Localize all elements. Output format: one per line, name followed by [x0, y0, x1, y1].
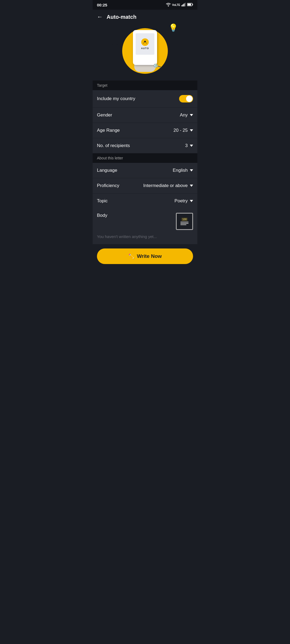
body-header: Body 100 [97, 213, 193, 230]
phone-screen: AUTO [136, 33, 154, 55]
signal-icon [182, 3, 186, 7]
volte-icon: VoLTE [172, 3, 180, 6]
age-range-chevron [190, 129, 193, 131]
stamp-icon: 100 [176, 213, 193, 230]
include-country-label: Include my country [97, 96, 135, 101]
hero-content: 〜〜 AUTO 🔍 [122, 28, 168, 74]
status-icons: VoLTE [166, 3, 193, 7]
svg-rect-1 [182, 5, 182, 6]
about-letter-settings-card: Language English Proficiency Intermediat… [93, 163, 197, 208]
phone-mockup: AUTO [133, 30, 157, 65]
svg-point-0 [168, 5, 169, 6]
svg-rect-6 [188, 3, 191, 5]
svg-rect-4 [185, 3, 186, 6]
header: ← Auto-match [93, 10, 197, 24]
stamp-line-3 [180, 224, 186, 225]
include-country-toggle[interactable] [179, 95, 193, 103]
gender-selected: Any [180, 112, 188, 118]
gender-chevron [190, 114, 193, 116]
language-chevron [190, 169, 193, 171]
recipients-label: No. of recipients [97, 143, 130, 148]
topic-label: Topic [97, 198, 108, 204]
gender-row[interactable]: Gender Any [93, 108, 197, 123]
language-row[interactable]: Language English [93, 163, 197, 178]
svg-rect-3 [184, 3, 184, 6]
age-range-selected: 20 - 25 [173, 128, 188, 133]
stamp-inner: 100 [180, 218, 189, 225]
auto-label: AUTO [141, 47, 149, 50]
squiggle-decoration: 〜〜 [112, 42, 122, 48]
body-label: Body [97, 213, 107, 218]
stamp-line-2 [180, 223, 189, 224]
recipients-value[interactable]: 3 [185, 143, 193, 148]
wifi-icon [166, 3, 171, 7]
page-title: Auto-match [107, 14, 136, 20]
stamp-lines [180, 222, 189, 225]
write-now-label: Write Now [137, 253, 162, 259]
proficiency-value[interactable]: Intermediate or above [143, 183, 193, 188]
topic-row[interactable]: Topic Poetry [93, 193, 197, 208]
age-range-label: Age Range [97, 128, 120, 133]
proficiency-label: Proficiency [97, 183, 119, 188]
target-settings-card: Include my country Gender Any Age Range … [93, 90, 197, 153]
body-section[interactable]: Body 100 You haven't written anything ye… [93, 208, 197, 244]
pencil-icon: ✏️ [128, 253, 134, 259]
body-placeholder[interactable]: You haven't written anything yet... [97, 233, 193, 240]
target-section-label: Target [93, 80, 197, 90]
gender-value[interactable]: Any [180, 112, 193, 118]
back-button[interactable]: ← [97, 13, 103, 20]
stamp-100: 100 [181, 218, 188, 221]
avatar-icon [141, 38, 149, 46]
recipients-row[interactable]: No. of recipients 3 [93, 138, 197, 153]
about-letter-section-label: About this letter [93, 153, 197, 163]
toggle-knob [186, 96, 193, 102]
bulb-icon: 💡 [169, 23, 178, 32]
topic-chevron [190, 200, 193, 202]
hero-circle: AUTO 🔍 [122, 28, 168, 74]
bottom-bar: ✏️ Write Now [93, 248, 197, 264]
topic-selected: Poetry [175, 198, 188, 204]
include-country-row[interactable]: Include my country [93, 90, 197, 108]
proficiency-chevron [190, 185, 193, 187]
age-range-row[interactable]: Age Range 20 - 25 [93, 123, 197, 138]
recipients-chevron [190, 145, 193, 147]
gender-label: Gender [97, 112, 112, 118]
status-bar: 00:25 VoLTE [93, 0, 197, 10]
stamp-line-1 [180, 222, 189, 222]
topic-value[interactable]: Poetry [175, 198, 193, 204]
hero-illustration: 〜〜 AUTO 🔍 [93, 24, 197, 80]
language-value[interactable]: English [173, 168, 193, 173]
status-time: 00:25 [97, 3, 107, 7]
proficiency-selected: Intermediate or above [143, 183, 188, 188]
battery-icon [187, 3, 193, 7]
write-now-button[interactable]: ✏️ Write Now [97, 248, 193, 264]
proficiency-row[interactable]: Proficiency Intermediate or above [93, 178, 197, 193]
svg-rect-2 [183, 4, 183, 6]
language-label: Language [97, 168, 117, 173]
age-range-value[interactable]: 20 - 25 [173, 128, 193, 133]
svg-rect-7 [193, 4, 193, 5]
recipients-selected: 3 [185, 143, 188, 148]
language-selected: English [173, 168, 188, 173]
